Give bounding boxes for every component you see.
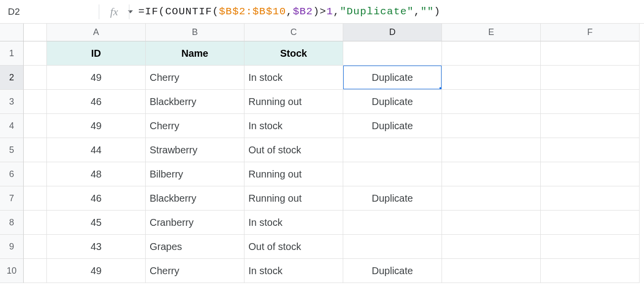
formula-input[interactable]: =IF(COUNTIF($B$2:$B$10,$B2)>1,"Duplicate… [129, 6, 644, 17]
cell-F1[interactable] [541, 41, 640, 66]
cell-A3[interactable]: 46 [47, 90, 146, 114]
gutter-extra [24, 186, 47, 211]
select-all-corner[interactable] [0, 24, 24, 41]
gutter-extra [24, 259, 47, 283]
cell-D9[interactable] [343, 235, 442, 259]
cell-B6[interactable]: Bilberry [146, 162, 244, 186]
cell-A6[interactable]: 48 [47, 162, 146, 186]
row-header-9[interactable]: 9 [0, 235, 24, 259]
fx-icon: fx [99, 5, 129, 18]
cell-E4[interactable] [442, 114, 541, 138]
gutter-extra [24, 138, 47, 162]
gutter-extra [24, 211, 47, 235]
row-header-1[interactable]: 1 [0, 41, 24, 66]
spreadsheet-grid: A B C D E F 1 ID Name Stock 2 49 Cherry … [0, 24, 644, 283]
cell-D4[interactable]: Duplicate [343, 114, 442, 138]
col-header-F[interactable]: F [541, 24, 640, 41]
row-header-2[interactable]: 2 [0, 66, 24, 90]
cell-D2[interactable]: Duplicate [343, 66, 442, 90]
cell-D1[interactable] [343, 41, 442, 66]
col-header-E[interactable]: E [442, 24, 541, 41]
cell-F8[interactable] [541, 211, 640, 235]
col-header-B[interactable]: B [146, 24, 244, 41]
cell-C3[interactable]: Running out [244, 90, 343, 114]
row-header-3[interactable]: 3 [0, 90, 24, 114]
cell-E8[interactable] [442, 211, 541, 235]
cell-B8[interactable]: Cranberry [146, 211, 244, 235]
cell-C5[interactable]: Out of stock [244, 138, 343, 162]
cell-B10[interactable]: Cherry [146, 259, 244, 283]
cell-A9[interactable]: 43 [47, 235, 146, 259]
formula-bar: fx =IF(COUNTIF($B$2:$B$10,$B2)>1,"Duplic… [0, 0, 644, 24]
cell-F4[interactable] [541, 114, 640, 138]
row-header-8[interactable]: 8 [0, 211, 24, 235]
cell-D8[interactable] [343, 211, 442, 235]
cell-C6[interactable]: Running out [244, 162, 343, 186]
cell-F6[interactable] [541, 162, 640, 186]
cell-D10[interactable]: Duplicate [343, 259, 442, 283]
cell-C4[interactable]: In stock [244, 114, 343, 138]
cell-A5[interactable]: 44 [47, 138, 146, 162]
cell-B3[interactable]: Blackberry [146, 90, 244, 114]
gutter-extra [24, 162, 47, 186]
cell-B4[interactable]: Cherry [146, 114, 244, 138]
cell-C8[interactable]: In stock [244, 211, 343, 235]
row-header-7[interactable]: 7 [0, 186, 24, 211]
cell-F9[interactable] [541, 235, 640, 259]
gutter-extra [24, 66, 47, 90]
cell-A2[interactable]: 49 [47, 66, 146, 90]
cell-F3[interactable] [541, 90, 640, 114]
cell-B1[interactable]: Name [146, 41, 244, 66]
gutter-extra [24, 114, 47, 138]
cell-E3[interactable] [442, 90, 541, 114]
name-box-wrap [0, 0, 99, 23]
cell-E1[interactable] [442, 41, 541, 66]
cell-A1[interactable]: ID [47, 41, 146, 66]
gutter-extra [24, 24, 47, 41]
cell-E5[interactable] [442, 138, 541, 162]
cell-B5[interactable]: Strawberry [146, 138, 244, 162]
cell-F2[interactable] [541, 66, 640, 90]
cell-D7[interactable]: Duplicate [343, 186, 442, 211]
cell-D3[interactable]: Duplicate [343, 90, 442, 114]
cell-D5[interactable] [343, 138, 442, 162]
cell-C10[interactable]: In stock [244, 259, 343, 283]
cell-E9[interactable] [442, 235, 541, 259]
cell-E6[interactable] [442, 162, 541, 186]
row-header-4[interactable]: 4 [0, 114, 24, 138]
row-header-5[interactable]: 5 [0, 138, 24, 162]
cell-B2[interactable]: Cherry [146, 66, 244, 90]
cell-A7[interactable]: 46 [47, 186, 146, 211]
col-header-D[interactable]: D [343, 24, 442, 41]
cell-A8[interactable]: 45 [47, 211, 146, 235]
cell-C9[interactable]: Out of stock [244, 235, 343, 259]
row-header-10[interactable]: 10 [0, 259, 24, 283]
col-header-A[interactable]: A [47, 24, 146, 41]
cell-F10[interactable] [541, 259, 640, 283]
cell-E10[interactable] [442, 259, 541, 283]
cell-F5[interactable] [541, 138, 640, 162]
col-header-C[interactable]: C [244, 24, 343, 41]
row-header-6[interactable]: 6 [0, 162, 24, 186]
cell-F7[interactable] [541, 186, 640, 211]
cell-C7[interactable]: Running out [244, 186, 343, 211]
cell-A4[interactable]: 49 [47, 114, 146, 138]
cell-B9[interactable]: Grapes [146, 235, 244, 259]
cell-B7[interactable]: Blackberry [146, 186, 244, 211]
gutter-extra [24, 235, 47, 259]
cell-E7[interactable] [442, 186, 541, 211]
gutter-extra [24, 41, 47, 66]
cell-C2[interactable]: In stock [244, 66, 343, 90]
gutter-extra [24, 90, 47, 114]
cell-E2[interactable] [442, 66, 541, 90]
cell-C1[interactable]: Stock [244, 41, 343, 66]
cell-A10[interactable]: 49 [47, 259, 146, 283]
cell-D6[interactable] [343, 162, 442, 186]
